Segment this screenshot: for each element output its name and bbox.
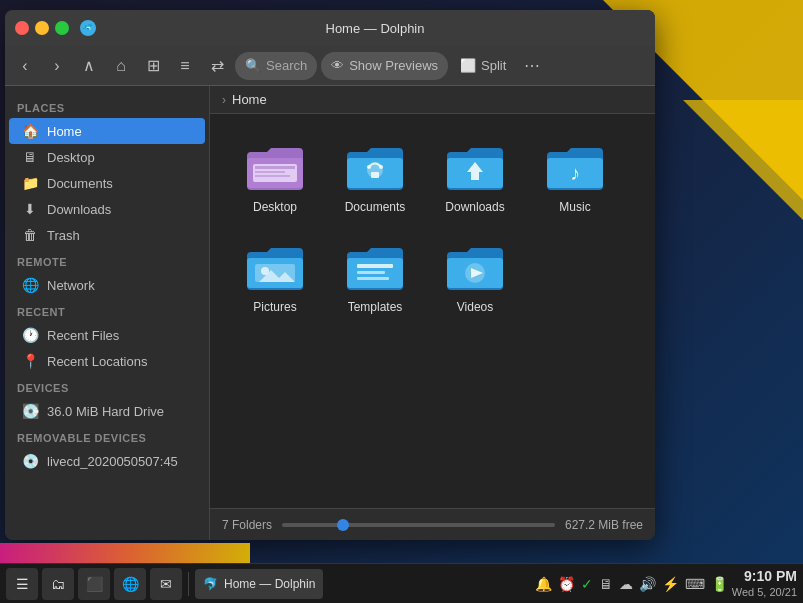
sidebar-item-desktop[interactable]: 🖥 Desktop [9,144,205,170]
sidebar-trash-label: Trash [47,228,80,243]
svg-rect-23 [357,277,389,280]
taskbar-terminal-button[interactable]: ⬛ [78,568,110,600]
sidebar-downloads-label: Downloads [47,202,111,217]
clock-date: Wed 5, 20/21 [732,585,797,599]
maximize-button[interactable] [55,21,69,35]
svg-rect-21 [357,264,393,268]
remote-section-label: Remote [5,248,209,272]
app-icon: 🐬 [79,19,97,37]
window-title: Home — Dolphin [105,21,645,36]
devices-section-label: Devices [5,374,209,398]
sidebar-documents-label: Documents [47,176,113,191]
forward-button[interactable]: › [43,51,71,81]
dolphin-window: 🐬 Home — Dolphin ‹ › ∧ ⌂ ⊞ ≡ ⇄ 🔍 Search … [5,10,655,540]
templates-folder-label: Templates [348,300,403,316]
storage-slider[interactable] [282,523,555,527]
minimize-button[interactable] [35,21,49,35]
recent-section-label: Recent [5,298,209,322]
home-icon: 🏠 [21,123,39,139]
svg-rect-11 [371,172,379,178]
toolbar: ‹ › ∧ ⌂ ⊞ ≡ ⇄ 🔍 Search 👁 Show Previews ⬜… [5,46,655,86]
documents-icon: 📁 [21,175,39,191]
documents-folder-label: Documents [345,200,406,216]
sidebar-network-label: Network [47,278,95,293]
desktop-icon: 🖥 [21,149,39,165]
taskbar-window-icon: 🐬 [203,577,218,591]
taskbar-mail-button[interactable]: ✉ [150,568,182,600]
music-folder-label: Music [559,200,590,216]
search-bar[interactable]: 🔍 Search [235,52,317,80]
music-folder-icon: ♪ [543,142,607,194]
search-icon: 🔍 [245,58,261,73]
bell-icon[interactable]: 🔔 [535,576,552,592]
sidebar-item-documents[interactable]: 📁 Documents [9,170,205,196]
file-item-videos[interactable]: Videos [430,234,520,324]
volume-icon[interactable]: 🔊 [639,576,656,592]
templates-folder-icon [343,242,407,294]
file-item-desktop[interactable]: Desktop [230,134,320,224]
taskbar-window-dolphin[interactable]: 🐬 Home — Dolphin [195,569,323,599]
icons-view-button[interactable]: ⊞ [139,51,167,81]
clock-icon[interactable]: ⏰ [558,576,575,592]
svg-rect-22 [357,271,385,274]
file-item-music[interactable]: ♪ Music [530,134,620,224]
svg-text:🐬: 🐬 [82,22,95,35]
network-icon: 🌐 [21,277,39,293]
file-item-documents[interactable]: Documents [330,134,420,224]
taskbar-files-button[interactable]: 🗂 [42,568,74,600]
sidebar-recent-files-label: Recent Files [47,328,119,343]
main-content: Places 🏠 Home 🖥 Desktop 📁 Documents ⬇ Do… [5,86,655,540]
file-grid: Desktop D [210,114,655,508]
taskbar-separator-1 [188,572,189,596]
split-button[interactable]: ⬜ Split [452,51,514,81]
bluetooth-icon[interactable]: ⚡ [662,576,679,592]
previews-icon: 👁 [331,58,344,73]
sidebar-livecd-label: livecd_2020050507:45 [47,454,178,469]
show-previews-button[interactable]: 👁 Show Previews [321,52,448,80]
cloud-icon[interactable]: ☁ [619,576,633,592]
documents-folder-icon [343,142,407,194]
downloads-icon: ⬇ [21,201,39,217]
sidebar-item-hard-drive[interactable]: 💽 36.0 MiB Hard Drive [9,398,205,424]
file-area: › Home [210,86,655,540]
hard-drive-icon: 💽 [21,403,39,419]
sidebar-item-recent-files[interactable]: 🕐 Recent Files [9,322,205,348]
status-bar: 7 Folders 627.2 MiB free [210,508,655,540]
desktop-folder-label: Desktop [253,200,297,216]
file-item-templates[interactable]: Templates [330,234,420,324]
sidebar-item-recent-locations[interactable]: 📍 Recent Locations [9,348,205,374]
videos-folder-label: Videos [457,300,493,316]
sidebar: Places 🏠 Home 🖥 Desktop 📁 Documents ⬇ Do… [5,86,210,540]
pictures-folder-icon [243,242,307,294]
more-button[interactable]: ⋯ [518,51,546,81]
svg-rect-6 [255,175,290,177]
sidebar-item-downloads[interactable]: ⬇ Downloads [9,196,205,222]
split-icon: ⬜ [460,58,476,73]
close-button[interactable] [15,21,29,35]
taskbar-browser-button[interactable]: 🌐 [114,568,146,600]
switch-button[interactable]: ⇄ [203,51,231,81]
sidebar-item-home[interactable]: 🏠 Home [9,118,205,144]
trash-icon: 🗑 [21,227,39,243]
breadcrumb-bar: › Home [210,86,655,114]
file-item-pictures[interactable]: Pictures [230,234,320,324]
up-button[interactable]: ∧ [75,51,103,81]
places-section-label: Places [5,94,209,118]
battery-icon[interactable]: 🔋 [711,576,728,592]
check-icon[interactable]: ✓ [581,576,593,592]
removable-section-label: Removable Devices [5,424,209,448]
monitor-icon[interactable]: 🖥 [599,576,613,592]
file-item-downloads[interactable]: Downloads [430,134,520,224]
home-button[interactable]: ⌂ [107,51,135,81]
svg-rect-5 [255,171,285,173]
list-view-button[interactable]: ≡ [171,51,199,81]
back-button[interactable]: ‹ [11,51,39,81]
sidebar-item-network[interactable]: 🌐 Network [9,272,205,298]
system-tray: 🔔 ⏰ ✓ 🖥 ☁ 🔊 ⚡ ⌨ 🔋 [535,576,728,592]
sidebar-item-livecd[interactable]: 💿 livecd_2020050507:45 [9,448,205,474]
taskbar-menu-button[interactable]: ☰ [6,568,38,600]
pictures-folder-label: Pictures [253,300,296,316]
taskbar-clock[interactable]: 9:10 PM Wed 5, 20/21 [732,567,797,599]
sidebar-item-trash[interactable]: 🗑 Trash [9,222,205,248]
keyboard-icon[interactable]: ⌨ [685,576,705,592]
